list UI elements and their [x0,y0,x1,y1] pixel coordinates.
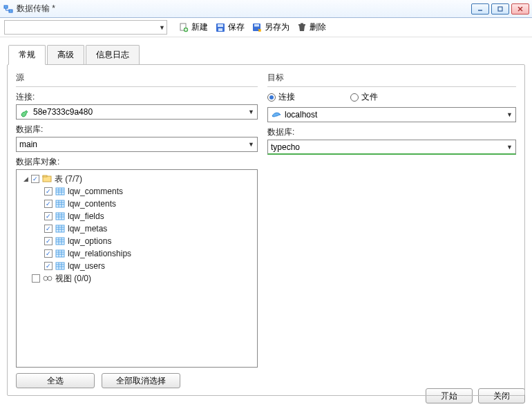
window-title: 数据传输 * [17,3,471,15]
tree-node-table-label: lqw_users [68,261,105,271]
saveas-button[interactable]: 另存为 [249,20,292,35]
checkbox[interactable] [44,225,53,233]
tree-node-table-label: lqw_fields [68,211,104,221]
titlebar: 数据传输 * [0,0,532,18]
svg-rect-1 [9,10,12,12]
tree-node-tables[interactable]: ◢ 表 (7/7) [19,173,254,185]
save-label: 保存 [228,21,245,33]
source-objects-label: 数据库对象: [16,156,258,168]
checkbox[interactable] [32,274,40,283]
source-connection-value: 58e7333c9a480 [33,107,248,117]
tree-node-table[interactable]: lqw_comments [19,185,254,198]
svg-rect-34 [56,225,64,232]
source-connection-label: 连接: [16,91,258,103]
tab-general[interactable]: 常规 [8,45,46,65]
radio-icon [350,93,359,102]
toolbar: ▼ 新建 保存 另存为 删除 [0,18,532,37]
save-button[interactable]: 保存 [212,20,247,35]
tree-node-table[interactable]: lqw_relationships [19,247,254,260]
svg-rect-19 [56,188,64,195]
svg-point-54 [44,276,48,280]
radio-file[interactable]: 文件 [350,91,378,103]
chevron-down-icon: ▼ [159,24,165,31]
dolphin-icon [271,109,282,120]
svg-rect-39 [56,238,64,245]
svg-rect-12 [218,28,222,31]
expander-icon[interactable]: ◢ [22,175,29,182]
minimize-button[interactable] [471,3,489,15]
tree-node-table-label: lqw_options [68,236,111,246]
table-icon [55,248,66,259]
select-all-button[interactable]: 全选 [16,373,95,388]
checkbox[interactable] [44,212,53,220]
svg-rect-14 [254,24,259,27]
tab-log[interactable]: 信息日志 [86,45,140,65]
divider [16,86,258,87]
table-icon [55,198,66,209]
delete-label: 删除 [310,21,326,33]
folder-icon [41,173,53,184]
tree-node-views-label: 视图 (0/0) [55,273,91,285]
tab-advanced[interactable]: 高级 [47,45,84,65]
svg-rect-3 [498,7,502,11]
objects-tree[interactable]: ◢ 表 (7/7) lqw_commentslqw_contentslqw_fi… [16,169,258,368]
plug-icon [19,106,30,117]
chevron-down-icon: ▼ [248,108,254,115]
tree-node-table-label: lqw_relationships [68,249,131,258]
delete-button[interactable]: 删除 [294,20,329,35]
checkbox[interactable] [44,200,53,208]
trash-icon [296,22,307,33]
source-database-value: main [19,140,248,149]
source-connection-select[interactable]: 58e7333c9a480 ▼ [16,104,258,120]
checkbox[interactable] [44,249,53,258]
radio-file-label: 文件 [361,91,378,103]
table-icon [55,236,66,247]
target-database-value: typecho [271,142,506,152]
close-window-button[interactable] [511,3,529,15]
target-connection-value: localhost [285,110,506,120]
svg-point-55 [48,276,52,280]
tree-node-table[interactable]: lqw_metas [19,222,254,235]
table-icon [55,223,66,234]
new-label: 新建 [191,21,208,33]
select-all-label: 全选 [47,375,64,387]
tree-node-table-label: lqw_metas [68,224,107,234]
tree-node-table[interactable]: lqw_users [19,260,254,272]
svg-rect-0 [4,6,8,8]
saveas-label: 另存为 [265,21,289,33]
svg-rect-44 [56,250,64,257]
tree-node-table-label: lqw_comments [68,187,123,196]
target-title: 目标 [267,72,516,84]
tab-log-label: 信息日志 [96,50,129,59]
target-database-label: 数据库: [267,126,516,138]
tree-node-table[interactable]: lqw_options [19,235,254,247]
views-icon [42,273,53,284]
checkbox[interactable] [31,175,39,183]
checkbox[interactable] [44,262,53,270]
svg-rect-16 [301,23,303,24]
target-connection-select[interactable]: localhost ▼ [267,107,516,122]
target-database-select[interactable]: typecho ▼ [267,140,516,155]
tree-node-table[interactable]: lqw_contents [19,198,254,210]
radio-connection[interactable]: 连接 [267,91,295,103]
tree-node-table[interactable]: lqw_fields [19,210,254,222]
tree-node-tables-label: 表 (7/7) [55,173,82,185]
tree-node-table-label: lqw_contents [68,199,116,209]
maximize-button[interactable] [491,3,509,15]
profile-select[interactable]: ▼ [4,20,167,35]
checkbox[interactable] [44,237,53,245]
svg-rect-11 [218,24,223,27]
radio-connection-label: 连接 [278,91,295,103]
svg-rect-24 [56,200,64,207]
tree-node-views[interactable]: 视图 (0/0) [19,272,254,285]
svg-rect-18 [43,175,47,177]
save-icon [215,22,226,33]
tabs: 常规 高级 信息日志 [8,44,532,64]
checkbox[interactable] [44,187,53,196]
svg-rect-29 [56,213,64,220]
deselect-all-button[interactable]: 全部取消选择 [102,373,180,388]
source-database-select[interactable]: main ▼ [16,137,258,152]
new-icon [178,22,189,33]
tab-advanced-label: 高级 [57,50,74,59]
new-button[interactable]: 新建 [175,20,211,35]
